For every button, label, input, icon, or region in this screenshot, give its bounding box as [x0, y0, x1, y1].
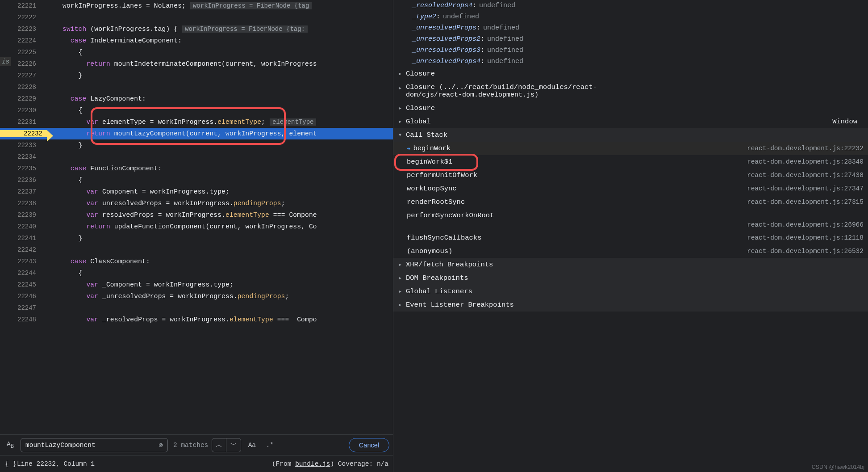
- line-number[interactable]: 22243: [0, 258, 47, 265]
- callstack-frame[interactable]: performUnitOfWorkreact-dom.development.j…: [393, 169, 868, 182]
- code-line[interactable]: 22224 case IndeterminateComponent:: [0, 35, 393, 46]
- debug-section[interactable]: XHR/fetch Breakpoints: [393, 258, 868, 271]
- callstack-frame[interactable]: renderRootSyncreact-dom.development.js:2…: [393, 195, 868, 209]
- line-number[interactable]: 22221: [0, 2, 47, 9]
- code-line[interactable]: 22229 case LazyComponent:: [0, 93, 393, 105]
- find-next-icon[interactable]: ﹀: [226, 438, 241, 452]
- code-content[interactable]: {: [63, 49, 83, 56]
- code-line[interactable]: 22241 }: [0, 232, 393, 244]
- code-line[interactable]: 22222: [0, 12, 393, 23]
- line-number[interactable]: 22229: [0, 95, 47, 102]
- line-number[interactable]: 22231: [0, 118, 47, 126]
- code-content[interactable]: }: [63, 235, 83, 242]
- code-line[interactable]: 22235 case FunctionComponent:: [0, 163, 393, 174]
- line-number[interactable]: 22235: [0, 165, 47, 172]
- code-content[interactable]: case IndeterminateComponent:: [63, 37, 182, 44]
- code-content[interactable]: var unresolvedProps = workInProgress.pen…: [63, 200, 285, 207]
- code-line[interactable]: 22246 var _unresolvedProps = workInProgr…: [0, 291, 393, 302]
- pretty-print-icon[interactable]: { }: [4, 460, 17, 468]
- scope-closure-2[interactable]: Closure (../../react/build/node_modules/…: [393, 80, 868, 101]
- code-content[interactable]: var elementType = workInProgress.element…: [63, 118, 265, 126]
- scope-variable[interactable]: _unresolvedProps:undefined: [393, 22, 868, 34]
- callstack-frame[interactable]: workLoopSyncreact-dom.development.js:273…: [393, 182, 868, 195]
- code-line[interactable]: 22248 var _resolvedProps = workInProgres…: [0, 314, 393, 325]
- callstack-header[interactable]: Call Stack: [393, 128, 868, 142]
- code-line[interactable]: 22236 {: [0, 174, 393, 186]
- code-line[interactable]: 22238 var unresolvedProps = workInProgre…: [0, 198, 393, 209]
- scope-global[interactable]: GlobalWindow: [393, 115, 868, 128]
- code-line[interactable]: 22221workInProgress.lanes = NoLanes;work…: [0, 0, 393, 12]
- code-content[interactable]: var Component = workInProgress.type;: [63, 188, 230, 195]
- find-input[interactable]: [25, 442, 159, 449]
- line-number[interactable]: 22246: [0, 293, 47, 300]
- code-content[interactable]: case ClassComponent:: [63, 258, 150, 265]
- code-content[interactable]: return mountLazyComponent(current, workI…: [63, 130, 317, 137]
- code-content[interactable]: return mountIndeterminateComponent(curre…: [63, 60, 317, 67]
- line-number[interactable]: 22237: [0, 188, 47, 195]
- code-line[interactable]: 22242: [0, 244, 393, 256]
- regex-toggle[interactable]: .*: [263, 438, 277, 452]
- code-content[interactable]: return updateFunctionComponent(current, …: [63, 223, 317, 230]
- code-content[interactable]: var _resolvedProps = workInProgress.elem…: [63, 316, 317, 323]
- code-line[interactable]: 22239 var resolvedProps = workInProgress…: [0, 209, 393, 221]
- code-line[interactable]: 22231 var elementType = workInProgress.e…: [0, 116, 393, 128]
- debug-section[interactable]: Global Listeners: [393, 285, 868, 298]
- line-number[interactable]: 22239: [0, 211, 47, 219]
- code-line[interactable]: 22244 {: [0, 267, 393, 279]
- callstack-frame[interactable]: flushSyncCallbacksreact-dom.development.…: [393, 231, 868, 244]
- code-content[interactable]: switch (workInProgress.tag) {: [63, 25, 178, 33]
- code-content[interactable]: case LazyComponent:: [63, 95, 146, 102]
- line-number[interactable]: 22242: [0, 246, 47, 253]
- line-number[interactable]: 22232: [0, 130, 47, 137]
- line-number[interactable]: 22222: [0, 14, 47, 21]
- code-content[interactable]: var resolvedProps = workInProgress.eleme…: [63, 211, 317, 219]
- line-number[interactable]: 22236: [0, 177, 47, 184]
- line-number[interactable]: 22234: [0, 153, 47, 160]
- line-number[interactable]: 22238: [0, 200, 47, 207]
- line-number[interactable]: 22225: [0, 49, 47, 56]
- code-line[interactable]: 22240 return updateFunctionComponent(cur…: [0, 221, 393, 232]
- scope-variable[interactable]: _type2:undefined: [393, 11, 868, 22]
- scope-closure-3[interactable]: Closure: [393, 101, 868, 115]
- code-line[interactable]: 22223switch (workInProgress.tag) {workIn…: [0, 23, 393, 35]
- clear-icon[interactable]: ⊗: [159, 441, 163, 450]
- code-line[interactable]: 22225 {: [0, 46, 393, 58]
- code-line[interactable]: 22230 {: [0, 105, 393, 116]
- find-cancel-button[interactable]: Cancel: [349, 438, 389, 452]
- code-line[interactable]: 22234: [0, 151, 393, 163]
- match-case-toggle[interactable]: Aa: [245, 438, 259, 452]
- debug-section[interactable]: Event Listener Breakpoints: [393, 298, 868, 312]
- line-number[interactable]: 22240: [0, 223, 47, 230]
- code-content[interactable]: case FunctionComponent:: [63, 165, 162, 172]
- scope-variable[interactable]: _unresolvedProps4:undefined: [393, 56, 868, 67]
- code-line[interactable]: 22227 }: [0, 70, 393, 81]
- line-number[interactable]: 22230: [0, 107, 47, 114]
- code-line[interactable]: 22247: [0, 302, 393, 314]
- code-line[interactable]: 22237 var Component = workInProgress.typ…: [0, 186, 393, 198]
- line-number[interactable]: 22247: [0, 304, 47, 312]
- code-content[interactable]: workInProgress.lanes = NoLanes;: [63, 2, 186, 9]
- line-number[interactable]: 22224: [0, 37, 47, 44]
- code-content[interactable]: {: [63, 270, 83, 277]
- line-number[interactable]: 22244: [0, 270, 47, 277]
- line-number[interactable]: 22233: [0, 142, 47, 149]
- code-line[interactable]: 22228: [0, 81, 393, 93]
- line-number[interactable]: 22227: [0, 72, 47, 79]
- find-input-container[interactable]: ⊗: [21, 438, 168, 452]
- line-number[interactable]: 22223: [0, 25, 47, 33]
- scope-variable[interactable]: _unresolvedProps2:undefined: [393, 34, 868, 45]
- code-line[interactable]: 22232 return mountLazyComponent(current,…: [0, 128, 393, 139]
- code-content[interactable]: }: [63, 142, 83, 149]
- code-line[interactable]: 22245 var _Component = workInProgress.ty…: [0, 279, 393, 291]
- find-prev-icon[interactable]: ︿: [212, 438, 226, 452]
- line-number[interactable]: 22226: [0, 60, 47, 67]
- code-line[interactable]: 22233 }: [0, 139, 393, 151]
- callstack-frame[interactable]: beginWork$1react-dom.development.js:2834…: [393, 155, 868, 169]
- debug-section[interactable]: DOM Breakpoints: [393, 271, 868, 285]
- scope-closure-1[interactable]: Closure: [393, 67, 868, 80]
- code-line[interactable]: 22226 return mountIndeterminateComponent…: [0, 58, 393, 70]
- code-content[interactable]: {: [63, 107, 83, 114]
- code-content[interactable]: {: [63, 177, 83, 184]
- code-content[interactable]: }: [63, 72, 83, 79]
- code-line[interactable]: 22243 case ClassComponent:: [0, 256, 393, 267]
